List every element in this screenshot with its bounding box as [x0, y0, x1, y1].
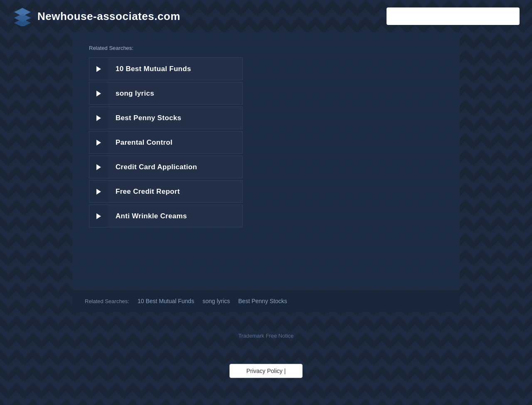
- search-item[interactable]: Parental Control: [89, 131, 243, 154]
- search-item-label: Credit Card Application: [108, 163, 204, 171]
- search-item-label: song lyrics: [108, 89, 162, 98]
- search-item[interactable]: song lyrics: [89, 82, 243, 105]
- right-triangle-icon: [96, 213, 101, 219]
- search-item-label: Parental Control: [108, 138, 180, 147]
- play-arrow-icon: [89, 180, 108, 202]
- svg-marker-2: [14, 19, 31, 26]
- site-title: Newhouse-associates.com: [37, 10, 180, 23]
- right-triangle-icon: [96, 189, 101, 195]
- play-arrow-icon: [89, 58, 108, 80]
- search-item-label: 10 Best Mutual Funds: [108, 65, 199, 73]
- trademark-text: Trademark Free Notice: [238, 333, 293, 339]
- right-triangle-icon: [96, 66, 101, 72]
- right-triangle-icon: [96, 140, 101, 146]
- search-item-label: Free Credit Report: [108, 188, 187, 196]
- search-items-list: 10 Best Mutual Fundssong lyricsBest Penn…: [89, 57, 243, 227]
- footer-bar: Related Searches: 10 Best Mutual Fundsso…: [72, 290, 460, 312]
- footer-related-label: Related Searches:: [85, 298, 129, 304]
- right-triangle-icon: [96, 91, 101, 96]
- main-content: Related Searches: 10 Best Mutual Fundsso…: [72, 32, 460, 290]
- footer-link[interactable]: song lyrics: [202, 298, 230, 304]
- footer-link[interactable]: 10 Best Mutual Funds: [138, 298, 194, 304]
- search-item[interactable]: Free Credit Report: [89, 180, 243, 203]
- play-arrow-icon: [89, 156, 108, 178]
- search-item[interactable]: Anti Wrinkle Creams: [89, 205, 243, 227]
- right-triangle-icon: [96, 115, 101, 121]
- play-arrow-icon: [89, 107, 108, 129]
- play-arrow-icon: [89, 131, 108, 153]
- right-triangle-icon: [96, 164, 101, 170]
- footer-link[interactable]: Best Penny Stocks: [238, 298, 287, 304]
- search-item[interactable]: 10 Best Mutual Funds: [89, 57, 243, 80]
- header: Newhouse-associates.com: [0, 0, 532, 32]
- search-item[interactable]: Credit Card Application: [89, 156, 243, 178]
- related-searches-label: Related Searches:: [89, 45, 443, 51]
- privacy-button[interactable]: Privacy Policy |: [229, 364, 303, 378]
- search-input[interactable]: [387, 7, 520, 25]
- logo-icon: [12, 6, 32, 26]
- privacy-bar: Privacy Policy |: [0, 364, 532, 378]
- search-item-label: Anti Wrinkle Creams: [108, 212, 195, 220]
- search-item-label: Best Penny Stocks: [108, 114, 189, 122]
- trademark: Trademark Free Notice: [0, 333, 532, 339]
- logo-area: Newhouse-associates.com: [12, 6, 180, 26]
- search-item[interactable]: Best Penny Stocks: [89, 106, 243, 129]
- play-arrow-icon: [89, 205, 108, 227]
- play-arrow-icon: [89, 82, 108, 104]
